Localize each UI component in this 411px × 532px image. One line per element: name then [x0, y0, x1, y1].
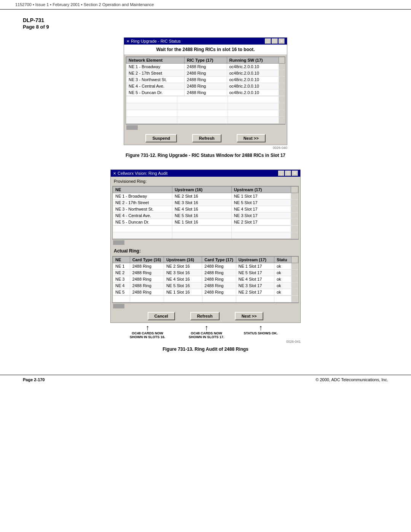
table-cell: 2488 Ring — [202, 270, 236, 276]
act-empty-rows — [113, 296, 298, 302]
scrollbar-cell — [291, 219, 298, 225]
table-row: NE 42488 RingNE 5 Slot 162488 RingNE 3 S… — [113, 283, 298, 289]
maximize-button-2[interactable]: □ — [285, 171, 291, 176]
scrollbar-cell — [292, 276, 298, 283]
table-cell: 2488 Ring — [202, 289, 236, 296]
table-cell: 2488 Ring — [130, 283, 164, 289]
act-col-ct16: Card Type (16) — [130, 257, 164, 263]
annotation-left-line2: SHOWN IN SLOTS 16. — [130, 335, 166, 339]
hscrollbar-act[interactable] — [112, 303, 299, 309]
window1-controls[interactable]: _ □ ✕ — [265, 38, 285, 44]
table-cell: 2488 Ring — [185, 83, 227, 89]
table-row: NE 2 - 17th StreetNE 3 Slot 16NE 5 Slot … — [113, 200, 298, 206]
table-cell: oc48ric.2.0.0.10 — [227, 83, 279, 89]
table-cell: ok — [274, 283, 291, 289]
hscroll-thumb-1[interactable] — [126, 125, 138, 130]
table-cell: NE 2 - 17th Street — [113, 200, 172, 206]
table-cell: NE 1 Slot 17 — [231, 193, 291, 200]
maximize-button[interactable]: □ — [272, 38, 278, 44]
minimize-button[interactable]: _ — [265, 38, 271, 44]
next-button-2[interactable]: Next >> — [235, 312, 264, 320]
window1-footer: Suspend Refresh Next >> — [124, 132, 287, 145]
window2-controls[interactable]: _ □ ✕ — [278, 171, 298, 176]
table-row: NE 3 - Northwest St.2488 Ringoc48ric.2.0… — [126, 77, 285, 83]
next-button-1[interactable]: Next >> — [237, 134, 266, 142]
actual-table: NE Card Type (16) Upstream (16) Card Typ… — [113, 256, 298, 296]
table-cell: NE 2 Slot 16 — [172, 193, 231, 200]
table-cell: 2488 Ring — [130, 276, 164, 283]
table-cell: 2488 Ring — [202, 263, 236, 270]
hscroll-thumb-act[interactable] — [113, 304, 124, 308]
table-cell: 2488 Ring — [202, 276, 236, 283]
scrollbar-cell — [279, 70, 285, 77]
window2-titlebar: ✕ Cellworx Vision: Ring Audit _ □ ✕ — [111, 170, 300, 177]
annotation-left-line1: OC48 CARDS NOW — [132, 331, 163, 335]
arrow-left: ↑ — [146, 324, 150, 331]
hscrollbar-prov[interactable] — [112, 239, 299, 245]
table-cell: NE 3 — [113, 276, 130, 283]
arrow-right: ↑ — [259, 324, 263, 331]
prov-col-up16: Upstream (16) — [172, 187, 231, 193]
scrollbar-cell — [279, 64, 285, 70]
refresh-button-1[interactable]: Refresh — [192, 134, 221, 142]
figure1-empty-rows — [126, 96, 285, 124]
x-icon-2: ✕ — [113, 171, 116, 176]
table-cell: ok — [274, 276, 291, 283]
arrow-center: ↑ — [205, 324, 209, 331]
table-cell: 2488 Ring — [185, 89, 227, 96]
act-col-ct17: Card Type (17) — [202, 257, 236, 263]
suspend-button[interactable]: Suspend — [145, 134, 177, 142]
x-icon: ✕ — [126, 39, 129, 43]
figure2-outer: ✕ Cellworx Vision: Ring Audit _ □ ✕ Prov… — [23, 169, 388, 343]
header-text: 1152700 • Issue 1 • February 2001 • Sect… — [15, 2, 154, 7]
table-cell: NE 5 - Duncan Dr. — [113, 219, 172, 225]
prov-col-ne: NE — [113, 187, 172, 193]
table-cell: 2488 Ring — [130, 263, 164, 270]
table-cell: NE 2 — [113, 270, 130, 276]
cancel-button[interactable]: Cancel — [148, 312, 175, 320]
table-cell: 2488 Ring — [185, 70, 227, 77]
col-ric-type: RIC Type (17) — [185, 57, 227, 64]
table-cell: NE 1 - Broadway — [126, 64, 185, 70]
table-cell: ok — [274, 263, 291, 270]
scrollbar-cell — [292, 289, 298, 296]
refresh-button-2[interactable]: Refresh — [190, 312, 220, 320]
table-cell: NE 4 Slot 16 — [164, 276, 202, 283]
figure1-table: Network Element RIC Type (17) Running SW… — [126, 57, 285, 96]
scrollbar-cell — [279, 83, 285, 89]
doc-title: DLP-731 — [23, 17, 388, 23]
table-row: NE 22488 RingNE 3 Slot 162488 RingNE 5 S… — [113, 270, 298, 276]
provisioned-table: NE Upstream (16) Upstream (17) NE 1 - Br… — [113, 186, 298, 225]
close-button[interactable]: ✕ — [279, 38, 285, 44]
table-row: NE 1 - Broadway2488 Ringoc48ric.2.0.0.10 — [126, 64, 285, 70]
table-cell: NE 5 Slot 16 — [172, 212, 231, 219]
table-cell: NE 3 Slot 16 — [172, 200, 231, 206]
annotation-right-line1: STATUS SHOWS OK. — [244, 331, 278, 335]
scrollbar-cell — [292, 283, 298, 289]
scrollbar-cell — [279, 89, 285, 96]
page-footer: Page 2-170 © 2000, ADC Telecommunication… — [0, 375, 411, 384]
scrollbar-cell — [291, 206, 298, 212]
minimize-button-2[interactable]: _ — [278, 171, 284, 176]
scrollbar-cell — [292, 270, 298, 276]
scrollbar-header — [279, 57, 285, 64]
table-cell: ok — [274, 289, 291, 296]
close-button-2[interactable]: ✕ — [292, 171, 298, 176]
scrollbar-cell — [292, 263, 298, 270]
table-cell: NE 2 Slot 17 — [231, 219, 291, 225]
actual-label: Actual Ring: — [111, 246, 300, 255]
table-cell: oc48ric.2.0.0.10 — [227, 89, 279, 96]
table-row: NE 3 - Northwest St.NE 4 Slot 16NE 4 Slo… — [113, 206, 298, 212]
annotation-center-line1: OC48 CARDS NOW — [191, 331, 222, 335]
scrollbar-cell — [279, 77, 285, 83]
table-row: NE 32488 RingNE 4 Slot 162488 RingNE 4 S… — [113, 276, 298, 283]
hscrollbar-1[interactable] — [126, 124, 285, 130]
table-cell: NE 5 Slot 17 — [236, 270, 274, 276]
table-cell: 2488 Ring — [130, 270, 164, 276]
figure1-container: ✕ Ring Upgrade - RIC Status _ □ ✕ Wait f… — [23, 37, 388, 158]
col-running-sw: Running SW (17) — [227, 57, 279, 64]
scrollbar-cell — [291, 212, 298, 219]
footer-page-num: Page 2-170 — [23, 377, 45, 382]
table-cell: ok — [274, 270, 291, 276]
hscroll-thumb-prov[interactable] — [113, 240, 124, 245]
